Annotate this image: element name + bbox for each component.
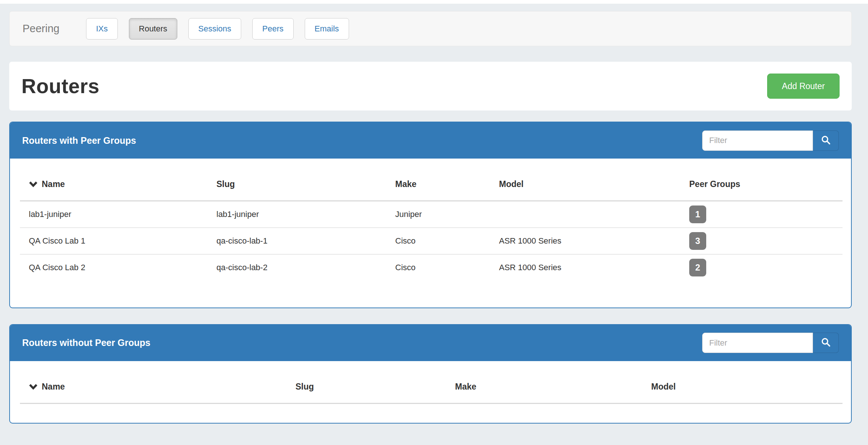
cell-peer-groups: 2 — [680, 254, 843, 281]
cell-name: QA Cisco Lab 1 — [20, 228, 208, 254]
page-title: Routers — [21, 74, 99, 98]
filter-search-button[interactable] — [813, 130, 839, 151]
table-row: lab1-juniperlab1-juniperJuniper1 — [20, 201, 843, 228]
cell-slug: qa-cisco-lab-1 — [208, 228, 386, 254]
peer-groups-count-badge: 3 — [689, 232, 706, 250]
cell-peer-groups: 1 — [680, 201, 843, 228]
panel-routers-with-peer-groups: Routers with Peer Groups NameSlugMakeMod… — [9, 122, 852, 308]
column-header-peer-groups[interactable]: Peer Groups — [680, 159, 843, 201]
column-header-label: Slug — [216, 179, 235, 189]
cell-name: QA Cisco Lab 2 — [20, 254, 208, 281]
navbar: Peering IXsRoutersSessionsPeersEmails — [9, 11, 852, 46]
panel-routers-without-peer-groups: Routers without Peer Groups NameSlugMake… — [9, 324, 852, 424]
column-header-make[interactable]: Make — [446, 361, 642, 404]
column-header-label: Name — [42, 382, 65, 391]
table-header-row: NameSlugMakeModelPeer Groups — [20, 159, 843, 201]
filter-group — [702, 333, 839, 353]
panel-heading: Routers with Peer Groups — [10, 122, 851, 159]
table-header-row: NameSlugMakeModel — [20, 361, 843, 404]
peer-groups-count-badge: 2 — [689, 259, 706, 276]
column-header-make[interactable]: Make — [386, 159, 490, 201]
cell-peer-groups: 3 — [680, 228, 843, 254]
cell-make: Cisco — [386, 228, 490, 254]
routers-with-peer-groups-table: NameSlugMakeModelPeer Groups lab1-junipe… — [20, 159, 843, 281]
cell-name: lab1-juniper — [20, 201, 208, 228]
panel-body: NameSlugMakeModelPeer Groups lab1-junipe… — [10, 159, 851, 308]
table-bottom-spacer — [20, 281, 841, 308]
column-header-label: Model — [651, 382, 676, 391]
column-header-slug[interactable]: Slug — [208, 159, 386, 201]
peer-groups-count-badge: 1 — [689, 205, 706, 223]
column-header-label: Name — [42, 179, 65, 189]
table-row: QA Cisco Lab 1qa-cisco-lab-1CiscoASR 100… — [20, 228, 843, 254]
filter-search-button[interactable] — [813, 333, 839, 353]
filter-input[interactable] — [702, 333, 813, 353]
column-header-name[interactable]: Name — [20, 159, 208, 201]
tab-ixs[interactable]: IXs — [86, 18, 118, 40]
tab-sessions[interactable]: Sessions — [188, 18, 241, 40]
column-header-model[interactable]: Model — [490, 159, 680, 201]
tab-routers[interactable]: Routers — [129, 18, 177, 40]
routers-without-peer-groups-table: NameSlugMakeModel — [20, 361, 843, 404]
top-strip — [0, 0, 868, 4]
filter-group — [702, 130, 839, 151]
sort-chevron-down-icon — [29, 384, 38, 390]
cell-model: ASR 1000 Series — [490, 228, 680, 254]
column-header-slug[interactable]: Slug — [287, 361, 446, 404]
column-header-model[interactable]: Model — [642, 361, 843, 404]
search-icon — [821, 135, 831, 146]
tab-peers[interactable]: Peers — [252, 18, 293, 40]
cell-make: Cisco — [386, 254, 490, 281]
panel-body: NameSlugMakeModel — [10, 361, 851, 423]
sort-chevron-down-icon — [29, 181, 38, 187]
panel-title: Routers with Peer Groups — [22, 135, 136, 146]
column-header-label: Model — [499, 179, 523, 189]
search-icon — [821, 337, 831, 349]
cell-slug: lab1-juniper — [208, 201, 386, 228]
navbar-brand: Peering — [23, 23, 59, 35]
column-header-name[interactable]: Name — [20, 361, 287, 404]
filter-input[interactable] — [702, 130, 813, 151]
table-bottom-spacer — [20, 404, 841, 423]
table-row: QA Cisco Lab 2qa-cisco-lab-2CiscoASR 100… — [20, 254, 843, 281]
nav-tabs: IXsRoutersSessionsPeersEmails — [86, 18, 349, 40]
column-header-label: Slug — [295, 382, 314, 391]
panel-heading: Routers without Peer Groups — [10, 325, 851, 361]
cell-model: ASR 1000 Series — [490, 254, 680, 281]
column-header-label: Peer Groups — [689, 179, 740, 189]
tab-emails[interactable]: Emails — [305, 18, 349, 40]
page-header: Routers Add Router — [9, 62, 852, 111]
cell-slug: qa-cisco-lab-2 — [208, 254, 386, 281]
add-router-button[interactable]: Add Router — [767, 74, 840, 99]
column-header-label: Make — [455, 382, 476, 391]
cell-make: Juniper — [386, 201, 490, 228]
page-container: Peering IXsRoutersSessionsPeersEmails Ro… — [9, 11, 852, 424]
panel-title: Routers without Peer Groups — [22, 337, 150, 348]
column-header-label: Make — [395, 179, 417, 189]
cell-model — [490, 201, 680, 228]
